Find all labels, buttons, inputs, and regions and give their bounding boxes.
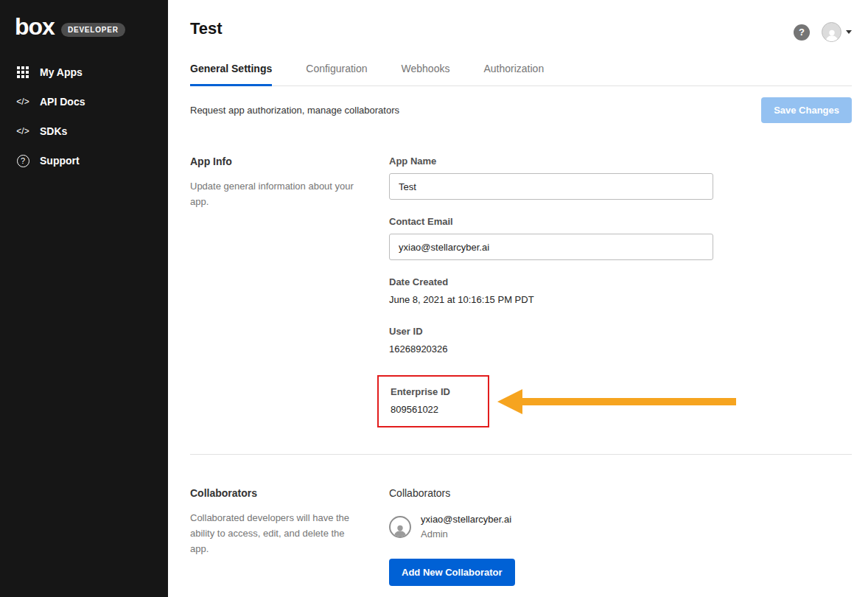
sidebar-item-api-docs[interactable]: </> API Docs: [0, 87, 168, 116]
user-id-label: User ID: [389, 326, 852, 337]
app-info-description: Update general information about your ap…: [190, 179, 365, 210]
app-info-section: App Info Update general information abou…: [168, 156, 868, 427]
box-logo: box: [15, 15, 55, 38]
date-created-field: Date Created June 8, 2021 at 10:16:15 PM…: [389, 276, 852, 305]
user-id-field: User ID 16268920326: [389, 326, 852, 355]
tab-bar: General Settings Configuration Webhooks …: [190, 63, 852, 86]
contact-email-field: Contact Email: [389, 216, 852, 260]
enterprise-id-label: Enterprise ID: [391, 386, 476, 397]
app-name-field: App Name: [389, 156, 852, 200]
tab-webhooks[interactable]: Webhooks: [402, 63, 450, 85]
tab-general-settings[interactable]: General Settings: [190, 63, 272, 86]
avatar[interactable]: [822, 22, 841, 42]
sidebar-item-label: Support: [40, 155, 80, 167]
section-divider: [190, 454, 852, 455]
code-icon: </>: [16, 126, 29, 136]
collaborator-info: yxiao@stellarcyber.ai Admin: [421, 514, 511, 540]
arrow-tail: [522, 398, 736, 405]
collaborators-description: Collaborated developers will have the ab…: [190, 511, 365, 556]
code-icon: </>: [16, 97, 29, 107]
enterprise-id-value: 809561022: [391, 404, 476, 415]
collaborators-intro: Collaborators Collaborated developers wi…: [190, 487, 389, 586]
contact-email-input[interactable]: [389, 234, 713, 260]
tab-configuration[interactable]: Configuration: [306, 63, 367, 85]
header-actions: ?: [794, 22, 852, 42]
user-id-value: 16268920326: [389, 343, 852, 355]
date-created-label: Date Created: [389, 276, 852, 287]
collaborator-email: yxiao@stellarcyber.ai: [421, 514, 511, 525]
collaborators-heading: Collaborators: [190, 487, 365, 499]
arrow-head: [497, 389, 522, 414]
page-header: Test ?: [168, 0, 868, 42]
add-new-collaborator-button[interactable]: Add New Collaborator: [389, 559, 515, 586]
developer-badge: DEVELOPER: [61, 23, 125, 37]
app-name-label: App Name: [389, 156, 852, 167]
collaborator-row: yxiao@stellarcyber.ai Admin: [389, 514, 852, 540]
sidebar: box DEVELOPER My Apps </> API Docs </> S…: [0, 0, 168, 597]
subheader-description: Request app authorization, manage collab…: [190, 105, 399, 116]
sidebar-item-label: My Apps: [40, 66, 83, 78]
sidebar-item-sdks[interactable]: </> SDKs: [0, 116, 168, 146]
sidebar-item-label: SDKs: [40, 125, 67, 137]
collaborators-section: Collaborators Collaborated developers wi…: [168, 487, 868, 586]
collaborator-avatar: [389, 516, 411, 538]
collaborators-list-label: Collaborators: [389, 487, 852, 499]
collaborator-role: Admin: [421, 528, 511, 540]
box-developer-logo[interactable]: box DEVELOPER: [0, 0, 168, 57]
tab-authorization[interactable]: Authorization: [483, 63, 544, 85]
sidebar-nav: My Apps </> API Docs </> SDKs ? Support: [0, 57, 168, 175]
grid-icon: [16, 66, 29, 78]
app-info-heading: App Info: [190, 156, 365, 167]
enterprise-id-highlight-box: Enterprise ID 809561022: [377, 375, 489, 427]
save-changes-button[interactable]: Save Changes: [761, 97, 852, 123]
help-icon[interactable]: ?: [794, 24, 810, 41]
chevron-down-icon[interactable]: [846, 30, 852, 34]
question-icon: ?: [16, 155, 29, 167]
subheader: Request app authorization, manage collab…: [168, 86, 868, 123]
page-title: Test: [190, 19, 223, 38]
sidebar-item-support[interactable]: ? Support: [0, 146, 168, 175]
sidebar-item-my-apps[interactable]: My Apps: [0, 57, 168, 87]
app-info-form: App Name Contact Email Date Created June…: [389, 156, 852, 427]
app-name-input[interactable]: [389, 173, 713, 200]
collaborators-list: Collaborators yxiao@stellarcyber.ai Admi…: [389, 487, 852, 586]
app-info-intro: App Info Update general information abou…: [190, 156, 389, 427]
annotation-arrow-icon: [497, 389, 736, 414]
sidebar-item-label: API Docs: [40, 96, 85, 108]
date-created-value: June 8, 2021 at 10:16:15 PM PDT: [389, 294, 852, 305]
contact-email-label: Contact Email: [389, 216, 852, 227]
main-content: Test ? General Settings Configuration We…: [168, 0, 868, 597]
